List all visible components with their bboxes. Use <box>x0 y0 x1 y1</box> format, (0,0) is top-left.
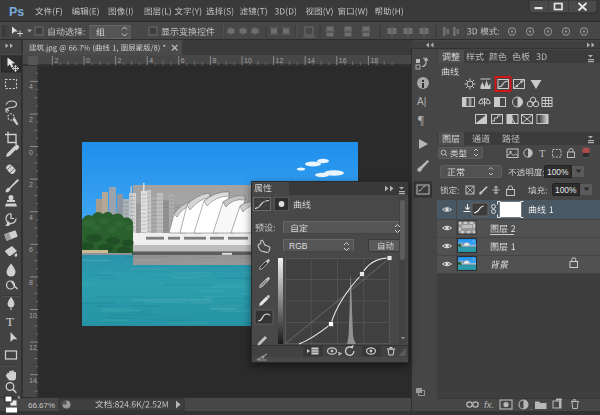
svg-text:0: 0 <box>29 149 33 156</box>
svg-text:fx.: fx. <box>484 399 494 410</box>
svg-text:2: 2 <box>29 181 33 188</box>
svg-text:18: 18 <box>370 57 378 64</box>
svg-text:10: 10 <box>29 312 37 319</box>
svg-text:4: 4 <box>29 214 33 221</box>
svg-text:2: 2 <box>118 57 122 64</box>
svg-text:8: 8 <box>212 57 216 64</box>
svg-text:100%: 100% <box>547 167 569 177</box>
svg-text:2: 2 <box>29 116 33 123</box>
svg-text:Ps: Ps <box>9 5 24 19</box>
svg-text:16: 16 <box>339 57 347 64</box>
svg-text:6: 6 <box>181 57 185 64</box>
svg-text:T: T <box>6 314 14 329</box>
svg-text:14: 14 <box>307 57 315 64</box>
svg-text:66.67%: 66.67% <box>28 401 55 410</box>
svg-text:.: . <box>530 404 532 411</box>
svg-text:14: 14 <box>29 377 37 384</box>
svg-text:RGB: RGB <box>289 241 308 251</box>
svg-text:12: 12 <box>276 57 284 64</box>
svg-text:T: T <box>539 148 546 159</box>
svg-text:4: 4 <box>149 57 153 64</box>
svg-text:4: 4 <box>29 83 33 90</box>
svg-text:8: 8 <box>29 279 33 286</box>
svg-text:12: 12 <box>29 344 37 351</box>
svg-text:0: 0 <box>86 57 90 64</box>
svg-text:2: 2 <box>54 57 58 64</box>
svg-text:A|: A| <box>417 96 426 107</box>
svg-text:¶: ¶ <box>418 112 424 127</box>
svg-text:100%: 100% <box>555 185 577 195</box>
svg-text:6: 6 <box>29 246 33 253</box>
svg-text:10: 10 <box>244 57 252 64</box>
